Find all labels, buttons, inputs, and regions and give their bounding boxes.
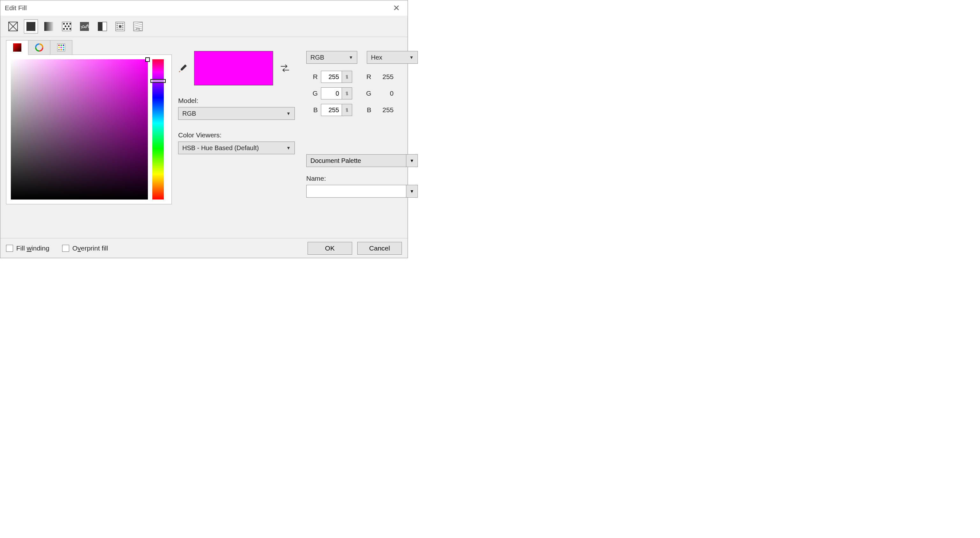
- spinner-handle-icon[interactable]: ⥮: [342, 71, 352, 83]
- svg-rect-20: [121, 23, 121, 24]
- palette-dropdown[interactable]: Document Palette ▼: [306, 154, 418, 167]
- svg-rect-47: [58, 47, 60, 48]
- hex-label-g: G: [352, 89, 374, 97]
- model-dropdown[interactable]: RGB ▼: [178, 107, 295, 120]
- close-icon[interactable]: ✕: [390, 2, 403, 14]
- overprint-fill-checkbox[interactable]: Overprint fill: [62, 244, 108, 252]
- edit-fill-dialog: Edit Fill ✕: [0, 0, 408, 258]
- channel-label-r: R: [306, 73, 321, 81]
- checkbox-box[interactable]: [62, 245, 69, 252]
- svg-rect-9: [65, 25, 66, 27]
- svg-rect-30: [119, 25, 121, 28]
- swatch-row: [178, 51, 295, 85]
- sv-cursor[interactable]: [145, 57, 150, 62]
- chevron-down-icon[interactable]: ▼: [406, 154, 418, 167]
- svg-rect-22: [117, 25, 118, 26]
- saturation-value-picker[interactable]: [11, 59, 148, 199]
- tab-color-wheel[interactable]: [28, 40, 50, 55]
- chevron-down-icon[interactable]: ▼: [406, 185, 418, 197]
- svg-rect-50: [58, 49, 60, 50]
- titlebar: Edit Fill ✕: [0, 0, 407, 16]
- channel-spinner-b[interactable]: ⥮: [321, 104, 352, 116]
- svg-rect-11: [63, 28, 65, 30]
- svg-rect-7: [66, 23, 68, 25]
- chevron-down-icon: ▼: [409, 55, 414, 60]
- hue-slider-thumb[interactable]: [150, 79, 166, 83]
- eyedropper-icon[interactable]: [178, 64, 188, 73]
- hex-value-b: 255: [374, 106, 394, 114]
- no-fill-button[interactable]: [6, 19, 20, 33]
- svg-rect-46: [63, 45, 64, 46]
- svg-rect-44: [58, 45, 60, 46]
- bitmap-pattern-button[interactable]: [78, 19, 91, 33]
- channel-row-b: B ⥮ B 255: [306, 104, 418, 116]
- values-column: RGB ▼ Hex ▼ R ⥮ R 255: [306, 40, 418, 238]
- spinner-handle-icon[interactable]: ⥮: [342, 88, 352, 99]
- hue-slider[interactable]: [152, 59, 164, 199]
- color-picker-column: [6, 40, 172, 238]
- postscript-fill-button[interactable]: PS: [131, 19, 145, 33]
- svg-rect-25: [123, 27, 123, 28]
- svg-rect-4: [44, 22, 53, 31]
- current-color-swatch[interactable]: [194, 51, 273, 85]
- color-viewers-label: Color Viewers:: [178, 131, 295, 139]
- svg-rect-48: [60, 47, 62, 48]
- vector-pattern-button[interactable]: [60, 19, 74, 33]
- svg-rect-18: [117, 23, 118, 24]
- svg-rect-15: [98, 22, 102, 31]
- svg-rect-3: [27, 22, 35, 31]
- color-space-dropdown[interactable]: RGB ▼: [306, 51, 357, 64]
- swap-colors-icon[interactable]: [280, 64, 290, 73]
- hex-label-r: R: [352, 73, 374, 81]
- svg-rect-21: [123, 23, 123, 24]
- svg-rect-23: [123, 25, 123, 26]
- svg-rect-29: [123, 29, 123, 30]
- svg-rect-27: [119, 29, 119, 30]
- channel-rows: R ⥮ R 255 G ⥮ G 0: [306, 71, 418, 116]
- name-label: Name:: [306, 175, 418, 182]
- hex-value-g: 0: [374, 89, 394, 97]
- svg-rect-16: [102, 22, 107, 31]
- fountain-fill-button[interactable]: [42, 19, 56, 33]
- svg-rect-26: [117, 29, 118, 30]
- hex-dropdown-value: Hex: [371, 54, 382, 61]
- fill-type-toolbar: PS: [0, 16, 407, 37]
- dialog-title: Edit Fill: [5, 4, 27, 12]
- ok-button[interactable]: OK: [307, 242, 352, 255]
- channel-row-r: R ⥮ R 255: [306, 71, 418, 83]
- palette-value: Document Palette: [306, 154, 406, 167]
- svg-rect-28: [121, 29, 121, 30]
- spinner-handle-icon[interactable]: ⥮: [342, 104, 352, 116]
- channel-row-g: G ⥮ G 0: [306, 88, 418, 99]
- picker-tabs: [6, 40, 172, 55]
- channel-input-b[interactable]: [321, 104, 342, 116]
- svg-rect-10: [68, 25, 70, 27]
- svg-rect-24: [117, 27, 118, 28]
- tab-palette-swatches[interactable]: [50, 40, 72, 55]
- channel-input-r[interactable]: [321, 71, 342, 83]
- chevron-down-icon: ▼: [286, 111, 291, 116]
- uniform-fill-button[interactable]: [24, 19, 38, 33]
- color-viewers-dropdown[interactable]: HSB - Hue Based (Default) ▼: [178, 142, 295, 154]
- color-name-input[interactable]: [306, 185, 406, 197]
- texture-fill-button[interactable]: [113, 19, 127, 33]
- model-dropdown-value: RGB: [182, 110, 196, 117]
- fill-winding-checkbox[interactable]: Fill winding: [6, 244, 49, 252]
- channel-spinner-r[interactable]: ⥮: [321, 71, 352, 83]
- svg-rect-49: [63, 47, 64, 48]
- cancel-button[interactable]: Cancel: [357, 242, 402, 255]
- svg-rect-45: [60, 45, 62, 46]
- svg-rect-52: [63, 49, 64, 50]
- hex-label-b: B: [352, 106, 374, 114]
- model-label: Model:: [178, 97, 295, 105]
- chevron-down-icon: ▼: [348, 55, 353, 60]
- two-color-pattern-button[interactable]: [95, 19, 109, 33]
- overprint-fill-label: Overprint fill: [72, 244, 108, 252]
- tab-color-sliders[interactable]: [6, 40, 29, 55]
- hex-value-r: 255: [374, 73, 394, 81]
- channel-spinner-g[interactable]: ⥮: [321, 88, 352, 99]
- checkbox-box[interactable]: [6, 245, 13, 252]
- hex-dropdown[interactable]: Hex ▼: [367, 51, 418, 64]
- channel-input-g[interactable]: [321, 88, 342, 99]
- model-column: Model: RGB ▼ Color Viewers: HSB - Hue Ba…: [172, 40, 295, 238]
